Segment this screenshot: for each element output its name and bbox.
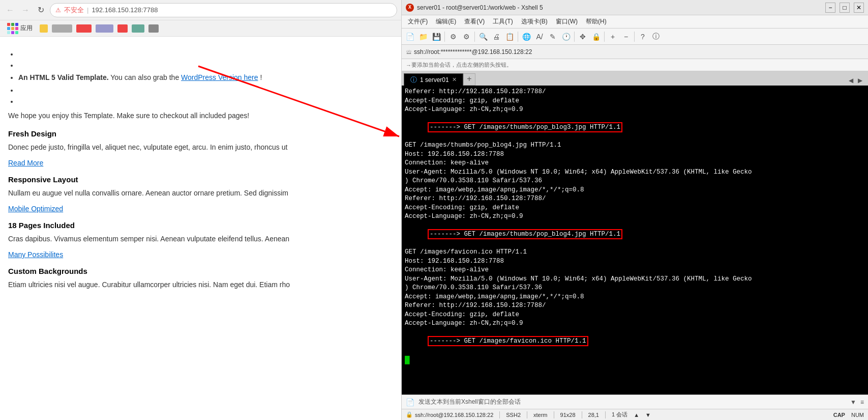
terminal-line-20: Referer: http://192.168.150.128:7788/ xyxy=(405,301,865,311)
session-lock-icon: 🛎 xyxy=(406,48,412,55)
xshell-tip-bar: → 要添加当前会话，点击左侧的箭头按钮。 xyxy=(402,59,868,71)
input-menu-icon[interactable]: ≡ xyxy=(860,399,864,406)
status-ssh: SSH2 xyxy=(506,412,521,418)
xshell-session-bar: 🛎 ssh://root:*************@192.168.150.1… xyxy=(402,45,868,59)
tab-prev-button[interactable]: ◀ xyxy=(847,75,855,86)
tab-info-icon: ⓘ xyxy=(410,75,417,85)
reload-button[interactable]: ↻ xyxy=(35,4,47,16)
close-button[interactable]: ✕ xyxy=(854,3,864,13)
session-text: ssh://root:*************@192.168.150.128… xyxy=(414,48,864,55)
section4-text: Etiam ultricies nisi vel augue. Curabitu… xyxy=(8,279,393,290)
browser-content: An HTML 5 Valid Template. You can also g… xyxy=(0,37,401,420)
menu-window[interactable]: 窗口(W) xyxy=(552,16,582,27)
bookmarks-bar: 应用 xyxy=(0,20,401,37)
toolbar-settings[interactable]: ⚙ xyxy=(447,31,459,43)
address-separator: | xyxy=(87,6,88,14)
toolbar-sep-6 xyxy=(634,32,635,42)
terminal-line-12: Accept-Language: zh-CN,zh;q=0.9 xyxy=(405,212,865,221)
list-item xyxy=(18,86,393,94)
menu-tools[interactable]: 工具(T) xyxy=(489,16,517,27)
terminal-line-4: GET /images/thumbs/pop_blog4.jpg HTTP/1.… xyxy=(405,141,865,150)
toolbar-settings2[interactable]: ⚙ xyxy=(460,31,472,43)
toolbar-print[interactable]: 🖨 xyxy=(490,31,502,43)
menu-tabs[interactable]: 选项卡(B) xyxy=(517,16,552,27)
toolbar-new[interactable]: 📄 xyxy=(404,31,416,43)
intro-end: ! xyxy=(260,73,262,81)
tab-server01[interactable]: ⓘ 1 server01 ✕ xyxy=(404,73,463,86)
status-sep-4 xyxy=(582,411,582,418)
highlight-get-favicon: -------> GET /images/favicon.ico HTTP/1.… xyxy=(428,336,588,346)
back-button[interactable]: ← xyxy=(4,4,16,16)
bookmark-5[interactable] xyxy=(117,24,128,33)
read-more-1[interactable]: Read More xyxy=(8,159,43,167)
terminal-line-3: -------> GET /images/thumbs/pop_blog3.jp… xyxy=(405,115,865,142)
terminal-line-7: User-Agent: Mozilla/5.0 (Windows NT 10.0… xyxy=(405,168,865,177)
toolbar-expand[interactable]: ✥ xyxy=(577,31,589,43)
maximize-button[interactable]: □ xyxy=(840,3,850,13)
xshell-toolbar: 📄 📁 💾 ⚙ ⚙ 🔍 🖨 📋 🌐 A/ ✎ 🕐 ✥ 🔒 + − ? ⓘ xyxy=(402,29,868,45)
menu-file[interactable]: 文件(F) xyxy=(404,16,432,27)
intro-bold: An HTML 5 Valid Template. xyxy=(18,73,109,81)
toolbar-lock[interactable]: 🔒 xyxy=(590,31,602,43)
toolbar-font[interactable]: A/ xyxy=(533,31,546,43)
xshell-pane: X server01 - root@server01:/work/web - X… xyxy=(402,0,868,420)
many-possibilites-link[interactable]: Many Possibilites xyxy=(8,250,63,259)
status-sep-3 xyxy=(554,411,554,418)
toolbar-clock[interactable]: 🕐 xyxy=(560,31,572,43)
security-label: 不安全 xyxy=(64,6,84,15)
terminal-line-14: GET /images/favicon.ico HTTP/1.1 xyxy=(405,248,865,257)
bookmark-7[interactable] xyxy=(148,24,159,33)
menu-edit[interactable]: 编辑(E) xyxy=(432,16,460,27)
tip-arrow-icon: → xyxy=(406,62,411,68)
toolbar-add[interactable]: + xyxy=(607,31,619,43)
cursor-block: █ xyxy=(405,356,410,365)
section4-heading: Custom Backgrounds xyxy=(8,267,393,275)
tab-add-button[interactable]: + xyxy=(463,73,475,86)
address-bar[interactable]: ⚠ 不安全 | 192.168.150.128:7788 xyxy=(50,3,397,17)
mobile-optimized-link[interactable]: Mobile Optimized xyxy=(8,205,63,213)
menu-help[interactable]: 帮助(H) xyxy=(582,16,611,27)
toolbar-info[interactable]: ⓘ xyxy=(650,31,662,43)
security-icon: ⚠ xyxy=(55,7,61,14)
toolbar-copy[interactable]: 📋 xyxy=(503,31,516,43)
menu-view[interactable]: 查看(V) xyxy=(460,16,489,27)
terminal-line-23: -------> GET /images/favicon.ico HTTP/1.… xyxy=(405,328,865,355)
terminal-line-19: Accept: image/webp,image/apng,image/*,*/… xyxy=(405,293,865,302)
terminal-line-10: Referer: http://192.168.150.128:7788/ xyxy=(405,194,865,204)
terminal-line-15: Host: 192.168.150.128:7788 xyxy=(405,257,865,266)
tab-close-icon[interactable]: ✕ xyxy=(452,76,457,83)
xshell-statusbar: 🔒 ssh://root@192.168.150.128:22 SSH2 xte… xyxy=(402,409,868,420)
toolbar-pencil[interactable]: ✎ xyxy=(547,31,559,43)
toolbar-save[interactable]: 💾 xyxy=(430,31,442,43)
forward-button[interactable]: → xyxy=(19,4,32,16)
status-down-arrow: ▼ xyxy=(645,412,651,418)
wordpress-link[interactable]: WordPress Version here xyxy=(181,73,258,81)
xshell-tabs: ⓘ 1 server01 ✕ + ◀ ▶ xyxy=(402,71,868,86)
status-sep-5 xyxy=(605,411,606,418)
input-dropdown-icon[interactable]: ▼ xyxy=(850,399,856,406)
bookmark-6[interactable] xyxy=(132,24,144,33)
bookmark-4[interactable] xyxy=(96,24,113,33)
bookmark-2[interactable] xyxy=(52,24,72,33)
toolbar-open[interactable]: 📁 xyxy=(417,31,429,43)
terminal-line-9: Accept: image/webp,image/apng,image/*,*/… xyxy=(405,186,865,195)
terminal-area[interactable]: Referer: http://192.168.150.128:7788/ Ac… xyxy=(402,86,868,395)
xshell-titlebar: X server01 - root@server01:/work/web - X… xyxy=(402,0,868,15)
toolbar-question[interactable]: ? xyxy=(637,31,649,43)
xshell-menubar: 文件(F) 编辑(E) 查看(V) 工具(T) 选项卡(B) 窗口(W) 帮助(… xyxy=(402,15,868,29)
tab-label: 1 server01 xyxy=(420,76,449,83)
minimize-button[interactable]: − xyxy=(825,3,835,13)
bookmark-1[interactable] xyxy=(40,24,48,33)
terminal-line-1: Accept-Encoding: gzip, deflate xyxy=(405,97,865,106)
status-sep-2 xyxy=(527,411,527,418)
bookmark-3[interactable] xyxy=(76,24,92,33)
apps-label: 应用 xyxy=(20,24,33,33)
tab-next-button[interactable]: ▶ xyxy=(856,75,864,86)
terminal-line-5: Host: 192.168.150.128:7788 xyxy=(405,150,865,159)
toolbar-minus[interactable]: − xyxy=(620,31,632,43)
toolbar-search[interactable]: 🔍 xyxy=(477,31,489,43)
toolbar-globe[interactable]: 🌐 xyxy=(520,31,532,43)
status-lock-icon: 🔒 xyxy=(406,411,413,418)
apps-bookmark[interactable]: 应用 xyxy=(4,22,36,35)
toolbar-sep-3 xyxy=(518,32,518,42)
